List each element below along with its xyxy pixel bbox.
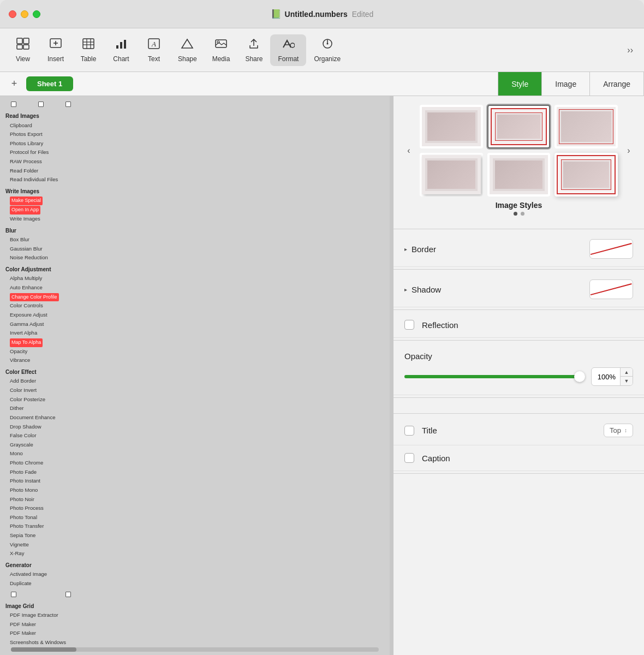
- toolbar-insert[interactable]: Insert: [39, 34, 72, 66]
- chart-icon: [115, 38, 128, 53]
- toolbar-chart[interactable]: Chart: [105, 34, 138, 66]
- style-thumb-1[interactable]: [420, 105, 483, 148]
- styles-grid: [420, 105, 618, 196]
- shadow-swatch[interactable]: [589, 279, 633, 299]
- sidebar-color-adjustment: Color Adjustment Alpha Multiply Auto Enh…: [5, 265, 93, 365]
- title-label: Title: [422, 426, 604, 435]
- styles-carousel: ‹: [402, 105, 635, 196]
- shape-icon: [181, 38, 194, 53]
- svg-rect-14: [124, 40, 126, 49]
- toolbar-expand-icon[interactable]: ››: [623, 41, 637, 59]
- canvas-area[interactable]: Read Images Clipboard Photos Export Phot…: [0, 96, 390, 655]
- svg-rect-12: [116, 45, 118, 49]
- svg-text:A: A: [151, 40, 156, 48]
- insert-label: Insert: [47, 55, 64, 63]
- sidebar-read-images: Read Images Clipboard Photos Export Phot…: [5, 111, 93, 184]
- opacity-slider-thumb[interactable]: [574, 371, 585, 382]
- toolbar-shape[interactable]: Shape: [170, 34, 205, 66]
- sidebar-image-grid: Image Grid PDF Image Extractor PDF Maker…: [5, 602, 93, 646]
- svg-point-19: [217, 41, 219, 43]
- style-thumb-3[interactable]: [554, 105, 618, 148]
- divider-2: [393, 269, 644, 270]
- divider-5: [393, 397, 644, 398]
- shape-label: Shape: [178, 55, 197, 63]
- style-thumb-5[interactable]: [487, 153, 551, 196]
- shadow-swatch-line: [591, 283, 632, 295]
- divider-6: [393, 413, 644, 414]
- tab-arrange[interactable]: Arrange: [590, 72, 644, 96]
- opacity-stepper: ▲ ▼: [620, 368, 633, 385]
- style-thumb-4[interactable]: [420, 153, 483, 196]
- sidebar-blur: Blur Box Blur Gaussian Blur Noise Reduct…: [5, 226, 93, 263]
- title-row: Title Top ↕: [393, 416, 644, 445]
- opacity-increment-button[interactable]: ▲: [621, 368, 633, 377]
- toolbar: View Insert Table Chart A Text Shape Me: [0, 28, 644, 72]
- title-position-dropdown[interactable]: Top ↕: [604, 424, 633, 437]
- canvas-scrollbar[interactable]: [11, 647, 379, 652]
- panel-tabs: Style Image Arrange: [498, 72, 644, 96]
- carousel-prev-button[interactable]: ‹: [402, 144, 415, 157]
- caption-checkbox[interactable]: [404, 453, 414, 463]
- toolbar-share[interactable]: Share: [237, 34, 270, 66]
- tabbar: + Sheet 1 Style Image Arrange: [0, 72, 644, 96]
- minimize-button[interactable]: [21, 10, 28, 18]
- border-swatch[interactable]: [589, 239, 633, 259]
- carousel-next-button[interactable]: ›: [622, 144, 635, 157]
- dot-2[interactable]: [521, 212, 524, 216]
- app-icon: 📗: [271, 9, 282, 19]
- border-row[interactable]: ▸ Border: [393, 231, 644, 267]
- close-button[interactable]: [9, 10, 16, 18]
- format-icon: [282, 38, 295, 53]
- style-thumb-6[interactable]: [554, 153, 618, 196]
- svg-rect-2: [17, 45, 22, 49]
- toolbar-table[interactable]: Table: [72, 34, 105, 66]
- toolbar-text[interactable]: A Text: [138, 34, 170, 66]
- toolbar-media[interactable]: Media: [205, 34, 238, 66]
- sidebar-generator: Generator Activated Image Duplicate: [5, 561, 93, 588]
- sidebar-write-images: Write Images Make Special Open In App Wr…: [5, 187, 93, 224]
- opacity-slider-track[interactable]: [404, 375, 585, 378]
- divider-7: [393, 473, 644, 474]
- svg-rect-13: [120, 42, 122, 49]
- dropdown-arrow-icon: ↕: [624, 427, 627, 433]
- traffic-lights: [9, 10, 40, 18]
- opacity-row: 100% ▲ ▼: [404, 367, 633, 386]
- shadow-label: Shadow: [412, 285, 589, 294]
- opacity-label: Opacity: [404, 352, 633, 361]
- tab-style[interactable]: Style: [498, 72, 542, 96]
- border-label: Border: [412, 245, 589, 254]
- tab-image[interactable]: Image: [542, 72, 590, 96]
- maximize-button[interactable]: [33, 10, 40, 18]
- window-title: Untitled.numbers: [285, 10, 348, 19]
- opacity-decrement-button[interactable]: ▼: [621, 377, 633, 385]
- dot-1[interactable]: [514, 212, 517, 216]
- divider-3: [393, 309, 644, 310]
- toolbar-organize[interactable]: Organize: [306, 34, 348, 66]
- svg-marker-17: [182, 39, 193, 48]
- style-thumb-2[interactable]: [487, 105, 551, 148]
- right-panel: ‹: [393, 96, 644, 655]
- border-swatch-line: [591, 243, 632, 255]
- toolbar-view[interactable]: View: [7, 34, 39, 66]
- organize-icon: [321, 38, 334, 53]
- add-sheet-button[interactable]: +: [7, 76, 22, 92]
- view-icon: [16, 38, 29, 53]
- opacity-slider-fill: [404, 375, 579, 378]
- share-icon: [247, 38, 260, 53]
- toolbar-format[interactable]: Format: [270, 34, 306, 66]
- text-icon: A: [147, 38, 160, 53]
- svg-rect-1: [23, 38, 29, 44]
- reflection-row: Reflection: [393, 312, 644, 338]
- item-map-alpha: Map To Alpha: [10, 338, 43, 347]
- title-checkbox[interactable]: [404, 426, 414, 436]
- sheet-tab-1[interactable]: Sheet 1: [26, 76, 73, 91]
- opacity-value: 100%: [592, 371, 620, 383]
- opacity-section: Opacity 100% ▲ ▼: [393, 343, 644, 395]
- shadow-row[interactable]: ▸ Shadow: [393, 272, 644, 307]
- shadow-expand-icon: ▸: [404, 287, 407, 293]
- item-open-in-app: Open In App: [10, 206, 40, 215]
- item-change-color: Change Color Profile: [10, 293, 59, 302]
- caption-label: Caption: [422, 454, 633, 463]
- media-icon: [214, 38, 228, 53]
- reflection-checkbox[interactable]: [404, 320, 414, 330]
